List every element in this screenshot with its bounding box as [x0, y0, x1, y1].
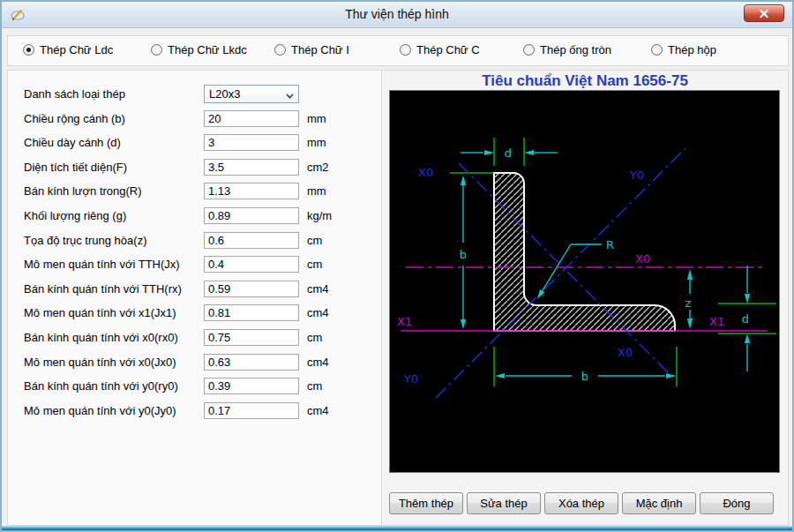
field-label: Mô men quán tính với x1(Jx1) — [24, 306, 204, 319]
field-label: Bán kính quán tính với y0(ry0) — [24, 379, 204, 393]
form-row: Tọa độ trục trung hòa(z)cm — [24, 231, 381, 250]
dialog-window: Thư viện thép hình Thép Chữ LdcThép Chữ … — [0, 0, 794, 532]
field-label: Bán kính lượn trong(R) — [24, 184, 204, 198]
radio-steel-type-1[interactable]: Thép Chữ Lkdc — [151, 43, 247, 56]
dim-b-left-label: b — [460, 248, 467, 261]
field-input-4[interactable] — [204, 183, 299, 199]
field-label: Tọa độ trục trung hòa(z) — [24, 234, 204, 247]
field-label: Mô men quán tính với x0(Jx0) — [24, 356, 204, 369]
dialog-buttons: Thêm thépSửa thépXóa thépMặc địnhĐóng — [389, 492, 774, 514]
radio-steel-type-2[interactable]: Thép Chữ I — [274, 43, 349, 56]
x0-axis-top-label: X0 — [418, 166, 433, 179]
unit-label: cm4 — [307, 282, 329, 296]
form-row: Mô men quán tính với y0(Jy0)cm4 — [24, 401, 381, 420]
radio-label: Thép Chữ Lkdc — [168, 43, 247, 56]
dim-z-label: z — [685, 296, 692, 310]
field-label: Bán kính quán tính với TTH(rx) — [24, 282, 204, 296]
field-label: Mô men quán tính với y0(Jy0) — [24, 404, 204, 417]
radio-steel-type-5[interactable]: Thép hộp — [651, 43, 716, 56]
field-input-1[interactable] — [204, 110, 299, 127]
radio-steel-type-0[interactable]: Thép Chữ Ldc — [23, 43, 113, 56]
radio-steel-type-4[interactable]: Thép ống tròn — [523, 43, 611, 56]
unit-label: cm2 — [307, 161, 329, 174]
form-row: Bán kính quán tính với x0(rx0)cm — [24, 328, 381, 347]
combo-value: L20x3 — [209, 87, 240, 101]
unit-label: cm — [307, 331, 322, 344]
close-icon — [759, 9, 769, 19]
form-row: Chiều dày cánh (d)mm — [24, 133, 381, 152]
field-label: Mô men quán tính với TTH(Jx) — [24, 258, 204, 271]
field-label: Chiều rộng cánh (b) — [24, 112, 204, 125]
radio-icon — [23, 44, 34, 56]
dim-d-top-label: d — [505, 146, 512, 160]
delete-steel-button[interactable]: Xóa thép — [544, 492, 618, 514]
radio-icon — [151, 44, 162, 56]
unit-label: kg/m — [307, 209, 332, 222]
chevron-down-icon — [286, 86, 294, 102]
add-steel-button[interactable]: Thêm thép — [389, 492, 463, 514]
field-input-7[interactable] — [204, 256, 299, 273]
unit-label: cm4 — [307, 356, 329, 369]
field-input-12[interactable] — [204, 378, 299, 394]
radio-icon — [274, 44, 286, 56]
window-bottom-border — [2, 526, 792, 530]
radio-label: Thép hộp — [668, 43, 716, 56]
radio-label: Thép ống tròn — [540, 43, 611, 56]
close-dialog-button[interactable]: Đóng — [700, 492, 774, 514]
field-input-5[interactable] — [204, 207, 299, 224]
x1-left-label: X1 — [397, 315, 412, 328]
dim-b-bottom-label: b — [581, 370, 588, 383]
section-form: Danh sách loại thépL20x3Chiều rộng cánh … — [7, 70, 382, 526]
field-label: Khối lượng riêng (g) — [24, 209, 204, 222]
section-canvas: d b R z d b X0 Y0 X0 Y0 X0 X1 X1 — [389, 90, 780, 473]
unit-label: cm4 — [307, 306, 329, 319]
unit-label: mm — [307, 184, 326, 198]
window-title: Thư viện thép hình — [2, 7, 792, 21]
field-input-9[interactable] — [204, 304, 299, 321]
radio-icon — [400, 44, 411, 56]
field-input-6[interactable] — [204, 232, 299, 249]
field-input-3[interactable] — [204, 159, 299, 176]
close-button[interactable] — [744, 4, 784, 22]
form-row: Bán kính quán tính với TTH(rx)cm4 — [24, 280, 381, 298]
form-row: Chiều rộng cánh (b)mm — [24, 109, 381, 128]
titlebar[interactable]: Thư viện thép hình — [2, 2, 792, 28]
field-input-2[interactable] — [204, 134, 299, 151]
field-label: Bán kính quán tính với x0(rx0) — [24, 331, 204, 344]
y0-axis-bottom-label: Y0 — [403, 372, 418, 386]
standard-title: Tiêu chuẩn Việt Nam 1656-75 — [382, 72, 788, 90]
default-button[interactable]: Mặc định — [622, 492, 696, 514]
dim-d-right-label: d — [742, 312, 749, 326]
y0-axis-top-label: Y0 — [629, 169, 644, 182]
unit-label: mm — [307, 136, 326, 149]
form-row: Diện tích tiết diện(F)cm2 — [24, 158, 381, 176]
x1-right-label: X1 — [709, 315, 724, 328]
field-label: Diện tích tiết diện(F) — [24, 161, 204, 174]
steel-type-panel: Thép Chữ LdcThép Chữ LkdcThép Chữ IThép … — [7, 35, 789, 66]
unit-label: mm — [307, 112, 326, 125]
form-row: Danh sách loại thépL20x3 — [24, 85, 381, 103]
field-label: Danh sách loại thép — [24, 87, 204, 101]
field-input-8[interactable] — [204, 281, 299, 297]
radio-label: Thép Chữ I — [291, 43, 349, 56]
radio-icon — [651, 44, 663, 56]
steel-size-select[interactable]: L20x3 — [204, 85, 299, 103]
drawing-panel: Tiêu chuẩn Việt Nam 1656-75 — [381, 70, 789, 526]
field-input-11[interactable] — [204, 354, 299, 371]
form-row: Mô men quán tính với x1(Jx1)cm4 — [24, 303, 381, 322]
l-section-drawing: d b R z d b X0 Y0 X0 Y0 X0 X1 X1 — [390, 91, 779, 472]
form-row: Khối lượng riêng (g)kg/m — [24, 206, 381, 225]
unit-label: cm4 — [307, 404, 329, 417]
x0-neutral-label: X0 — [635, 252, 650, 266]
field-input-13[interactable] — [204, 402, 299, 419]
x0-axis-bottom-label: X0 — [618, 346, 633, 359]
field-input-10[interactable] — [204, 329, 299, 346]
radio-steel-type-3[interactable]: Thép Chữ C — [400, 43, 480, 56]
unit-label: cm — [307, 234, 322, 247]
principal-axis-lines — [436, 148, 685, 398]
radius-label: R — [606, 238, 614, 251]
radio-icon — [523, 44, 535, 56]
unit-label: cm — [307, 258, 322, 271]
radio-label: Thép Chữ C — [416, 43, 480, 56]
edit-steel-button[interactable]: Sửa thép — [467, 492, 541, 514]
